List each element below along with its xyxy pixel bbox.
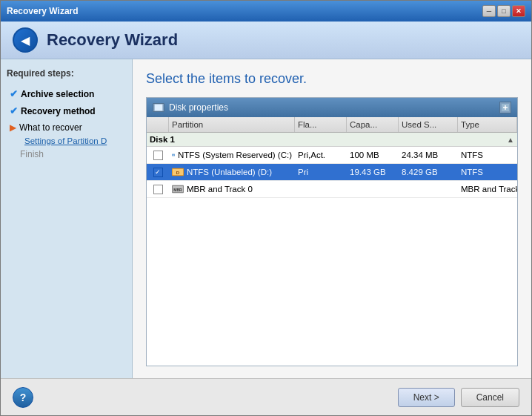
checkbox-c[interactable] <box>147 148 169 163</box>
checkbox-partition-d[interactable] <box>153 168 163 177</box>
disk1-label: Disk 1 <box>150 135 175 144</box>
title-bar-text: Recovery Wizard <box>7 6 482 16</box>
close-button[interactable]: ✕ <box>512 5 525 17</box>
sidebar: Required steps: ✔ Archive selection ✔ Re… <box>1 59 133 378</box>
cancel-button[interactable]: Cancel <box>461 388 519 407</box>
checkbox-mbr[interactable] <box>147 182 169 197</box>
back-button[interactable]: ◀ <box>13 27 38 53</box>
scroll-up-arrow[interactable]: ▲ <box>507 136 514 144</box>
table-body: Disk 1 ▲ C <box>147 133 517 366</box>
main-title: Select the items to recover. <box>146 71 518 87</box>
partition-c-capacity: 100 MB <box>347 148 399 162</box>
window: Recovery Wizard ─ □ ✕ ◀ Recovery Wizard … <box>0 0 532 416</box>
checkbox-mbr[interactable] <box>153 185 163 194</box>
checkbox-partition-c[interactable] <box>153 151 163 160</box>
mbr-capacity <box>347 186 399 192</box>
header-used: Used S... <box>399 117 458 132</box>
disk-panel-title: Disk properties <box>169 102 495 113</box>
sidebar-label-recovery: Recovery method <box>21 106 96 116</box>
partition-d-type: NTFS <box>458 165 517 179</box>
minimize-button[interactable]: ─ <box>482 5 496 17</box>
partition-c-label: NTFS (System Reserved) (C:) <box>178 151 292 159</box>
header-checkbox <box>147 117 169 132</box>
partition-d-name: D NTFS (Unlabeled) (D:) <box>169 164 295 180</box>
table-row[interactable]: C NTFS (System Reserved) (C:) Pri,Act. 1… <box>147 147 517 164</box>
maximize-button[interactable]: □ <box>497 5 511 17</box>
partition-c-icon: C <box>172 150 175 160</box>
header-partition: Partition <box>169 117 295 132</box>
sidebar-item-archive-selection[interactable]: ✔ Archive selection <box>7 86 126 102</box>
partition-c-type: NTFS <box>458 148 517 162</box>
footer: ? Next > Cancel <box>1 378 531 415</box>
next-button[interactable]: Next > <box>398 388 455 407</box>
check-icon-archive: ✔ <box>10 88 18 99</box>
mbr-icon: MBR <box>172 184 184 194</box>
sidebar-label-finish: Finish <box>20 149 44 159</box>
header-capacity: Capa... <box>347 117 399 132</box>
svg-text:D: D <box>176 171 180 175</box>
partition-d-flags: Pri <box>295 165 347 179</box>
mbr-label: MBR and Track 0 <box>187 185 253 194</box>
table-row[interactable]: MBR MBR and Track 0 MBR and Track 0 <box>147 181 517 198</box>
sidebar-label-settings: Settings of Partition D <box>24 136 107 145</box>
mbr-flags <box>295 186 347 192</box>
title-bar-controls: ─ □ ✕ <box>482 5 525 17</box>
sidebar-item-settings-partition-d[interactable]: Settings of Partition D <box>7 136 126 145</box>
sidebar-item-recovery-method[interactable]: ✔ Recovery method <box>7 103 126 119</box>
title-bar: Recovery Wizard ─ □ ✕ <box>1 1 531 22</box>
checkbox-d[interactable] <box>147 165 169 180</box>
svg-rect-1 <box>155 105 162 110</box>
disk-icon <box>153 103 164 112</box>
mbr-name: MBR MBR and Track 0 <box>169 181 295 197</box>
header-type: Type <box>458 117 517 132</box>
partition-c-flags: Pri,Act. <box>295 148 347 162</box>
mbr-type: MBR and Track 0 <box>458 182 517 197</box>
disk1-row: Disk 1 ▲ <box>147 133 517 147</box>
sidebar-required-steps: Required steps: <box>7 68 126 79</box>
app-title: Recovery Wizard <box>47 30 178 50</box>
partition-c-used: 24.34 MB <box>399 148 458 162</box>
partition-d-used: 8.429 GB <box>399 165 458 179</box>
mbr-used <box>399 186 458 192</box>
partition-c-name: C NTFS (System Reserved) (C:) <box>169 147 295 163</box>
back-icon: ◀ <box>21 33 30 47</box>
expand-icon[interactable] <box>499 102 511 113</box>
partition-d-label: NTFS (Unlabeled) (D:) <box>187 168 272 176</box>
help-icon: ? <box>20 392 27 403</box>
disk-panel: Disk properties Partition Fla... Capa. <box>146 97 518 366</box>
sidebar-label-what: What to recover <box>19 122 82 133</box>
svg-text:MBR: MBR <box>173 188 182 192</box>
sidebar-item-finish: Finish <box>7 147 126 162</box>
app-header: ◀ Recovery Wizard <box>1 22 531 59</box>
sidebar-label-archive: Archive selection <box>21 89 94 99</box>
arrow-icon-what: ▶ <box>10 122 16 133</box>
help-button[interactable]: ? <box>13 387 33 408</box>
table-header: Partition Fla... Capa... Used S... Type <box>147 117 517 133</box>
check-icon-recovery: ✔ <box>10 105 18 116</box>
header-flags: Fla... <box>295 117 347 132</box>
disk-panel-header: Disk properties <box>147 98 517 117</box>
content-area: Required steps: ✔ Archive selection ✔ Re… <box>1 59 531 378</box>
sidebar-item-what-to-recover[interactable]: ▶ What to recover <box>7 120 126 135</box>
partition-d-capacity: 19.43 GB <box>347 165 399 179</box>
spacer-icon-finish <box>10 149 17 159</box>
main-content: Select the items to recover. Disk proper… <box>133 59 531 378</box>
table-row[interactable]: D NTFS (Unlabeled) (D:) Pri 19.43 GB 8.4… <box>147 164 517 181</box>
partition-d-icon: D <box>172 167 184 177</box>
